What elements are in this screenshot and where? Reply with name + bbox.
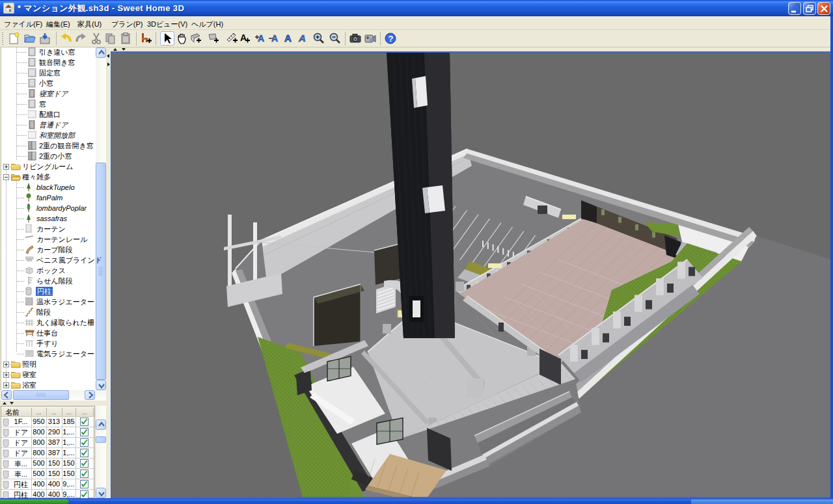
svg-text:A: A [298,33,306,44]
svg-text:A: A [284,33,292,44]
svg-text:A: A [240,33,247,43]
svg-text:A: A [258,33,264,44]
svg-text:?: ? [389,34,394,44]
